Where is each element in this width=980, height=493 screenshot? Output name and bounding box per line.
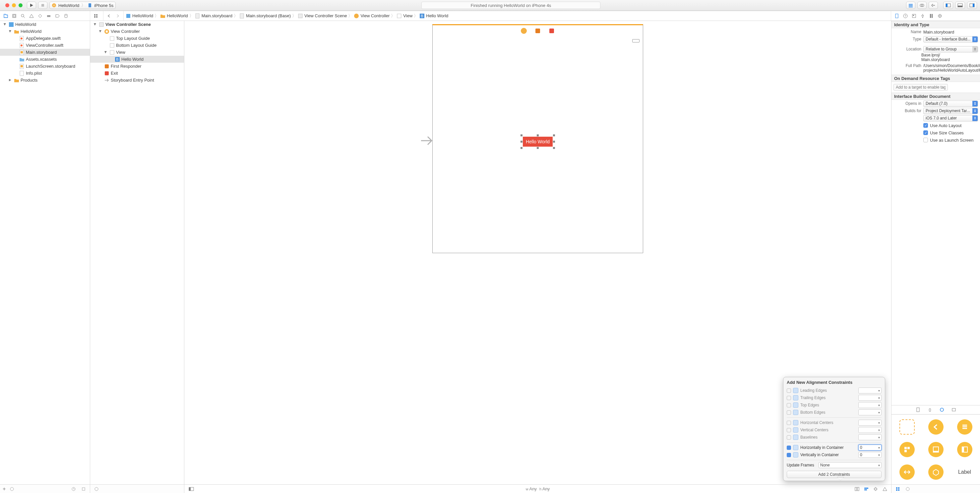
breakpoint-navigator-icon[interactable] (54, 12, 61, 19)
hcontainer-value[interactable]: 0 (858, 445, 881, 450)
lib-tabbarcontroller[interactable] (922, 439, 950, 461)
lib-pageviewcontroller[interactable] (893, 461, 921, 483)
file-node[interactable]: ViewController.swift (0, 42, 90, 49)
crumb-1[interactable]: HelloWorld (167, 13, 188, 18)
issue-navigator-icon[interactable] (28, 12, 35, 19)
media-library-icon[interactable] (950, 406, 958, 413)
minimize-window-icon[interactable] (12, 3, 16, 7)
bottom-value[interactable] (858, 409, 881, 415)
file-inspector-icon[interactable] (893, 12, 900, 19)
stack-icon[interactable] (853, 485, 861, 493)
toggle-outline-icon[interactable] (188, 485, 195, 493)
update-frames-select[interactable]: None (819, 462, 881, 468)
scene-frame[interactable]: Hello World (432, 24, 643, 253)
library-filter-icon[interactable] (904, 485, 912, 493)
viewcontroller-node[interactable]: View Controller (90, 28, 184, 35)
crumb-6[interactable]: View (403, 13, 412, 18)
toggle-debug-button[interactable] (955, 2, 965, 9)
layoutguide-node[interactable]: Top Layout Guide (90, 35, 184, 42)
toggle-utilities-button[interactable] (967, 2, 977, 9)
file-node[interactable]: LaunchScreen.storyboard (0, 63, 90, 70)
autolayout-checkbox[interactable] (923, 123, 928, 128)
identity-inspector-icon[interactable] (910, 12, 918, 19)
pin-icon[interactable] (872, 485, 879, 493)
lib-tableviewcontroller[interactable] (950, 416, 979, 438)
connections-inspector-icon[interactable] (936, 12, 943, 19)
editor-assistant-button[interactable] (917, 2, 927, 9)
top-checkbox[interactable] (787, 403, 791, 407)
file-node-selected[interactable]: Main.storyboard (0, 49, 90, 56)
lib-splitviewcontroller[interactable] (950, 439, 979, 461)
leading-value[interactable] (858, 388, 881, 394)
hcenter-checkbox[interactable] (787, 421, 791, 425)
vcenter-checkbox[interactable] (787, 428, 791, 432)
location-select[interactable]: Relative to Group (923, 46, 978, 53)
deployment-select[interactable]: iOS 7.0 and Later (923, 115, 978, 121)
hcontainer-checkbox[interactable] (787, 445, 791, 450)
go-back-icon[interactable] (105, 12, 113, 19)
type-select[interactable]: Default - Interface Build... (923, 36, 978, 43)
crumb-7[interactable]: Hello World (426, 13, 448, 18)
file-template-library-icon[interactable] (914, 406, 922, 413)
related-items-icon[interactable] (92, 12, 99, 19)
leading-checkbox[interactable] (787, 388, 791, 393)
toggle-navigator-button[interactable] (943, 2, 953, 9)
editor-version-button[interactable] (929, 2, 938, 9)
size-class-w[interactable]: Any (530, 487, 537, 491)
lib-glkitviewcontroller[interactable] (922, 461, 950, 483)
align-icon[interactable] (863, 485, 870, 493)
add-constraints-button[interactable]: Add 2 Constraints (787, 471, 881, 478)
trailing-checkbox[interactable] (787, 396, 791, 400)
launchscreen-checkbox[interactable] (923, 138, 928, 142)
selection-handles[interactable] (522, 136, 554, 148)
label-node-selected[interactable]: B Hello World (90, 56, 184, 63)
library-grid-view-icon[interactable] (894, 485, 901, 493)
editor-standard-button[interactable] (906, 2, 915, 9)
find-navigator-icon[interactable] (19, 12, 27, 19)
debug-navigator-icon[interactable] (45, 12, 52, 19)
attributes-inspector-icon[interactable] (919, 12, 926, 19)
hcenter-value[interactable] (858, 420, 881, 426)
bottom-checkbox[interactable] (787, 410, 791, 415)
vcenter-value[interactable] (858, 427, 881, 433)
code-snippet-library-icon[interactable]: {} (926, 406, 934, 413)
file-node[interactable]: Info.plist (0, 70, 90, 77)
ib-canvas[interactable]: Hello World Add New Alignment Constraint… (185, 21, 891, 493)
crumb-2[interactable]: Main.storyboard (202, 13, 232, 18)
crumb-4[interactable]: View Controller Scene (304, 13, 347, 18)
report-navigator-icon[interactable] (62, 12, 70, 19)
trailing-value[interactable] (858, 395, 881, 401)
scene-node[interactable]: View Controller Scene (90, 21, 184, 28)
vcontainer-value[interactable]: 0 (858, 452, 881, 458)
view-node[interactable]: View (90, 49, 184, 56)
size-inspector-icon[interactable] (928, 12, 935, 19)
add-icon[interactable]: + (3, 486, 6, 492)
project-navigator-icon[interactable] (2, 12, 9, 19)
test-navigator-icon[interactable] (37, 12, 44, 19)
vcontainer-checkbox[interactable] (787, 453, 791, 457)
baselines-value[interactable] (858, 434, 881, 440)
crumb-5[interactable]: View Controller (360, 13, 390, 18)
sizeclasses-checkbox[interactable] (923, 130, 928, 135)
crumb-0[interactable]: HelloWorld (132, 13, 153, 18)
name-field-value[interactable]: Main.storyboard (923, 30, 978, 35)
lib-collectionviewcontroller[interactable] (893, 439, 921, 461)
lib-label[interactable]: Label (950, 461, 979, 483)
top-value[interactable] (858, 402, 881, 408)
opensin-select[interactable]: Default (7.0) (923, 101, 978, 107)
go-forward-icon[interactable] (114, 12, 121, 19)
layoutguide-node[interactable]: Bottom Layout Guide (90, 42, 184, 49)
exit-dock-icon[interactable] (549, 28, 555, 34)
lib-navcontroller[interactable] (922, 416, 950, 438)
run-button[interactable] (27, 2, 36, 9)
scm-status-icon[interactable] (80, 485, 87, 493)
baselines-checkbox[interactable] (787, 435, 791, 440)
project-node[interactable]: HelloWorld (0, 21, 90, 28)
scheme-selector[interactable]: A HelloWorld 〉 iPhone 5s (49, 2, 116, 9)
viewcontroller-dock-icon[interactable] (521, 28, 527, 34)
entry-point-node[interactable]: Storyboard Entry Point (90, 77, 184, 84)
size-class-h[interactable]: Any (542, 487, 550, 491)
resolve-issues-icon[interactable] (881, 485, 888, 493)
file-node[interactable]: AppDelegate.swift (0, 35, 90, 42)
lib-viewcontroller[interactable] (893, 416, 921, 438)
